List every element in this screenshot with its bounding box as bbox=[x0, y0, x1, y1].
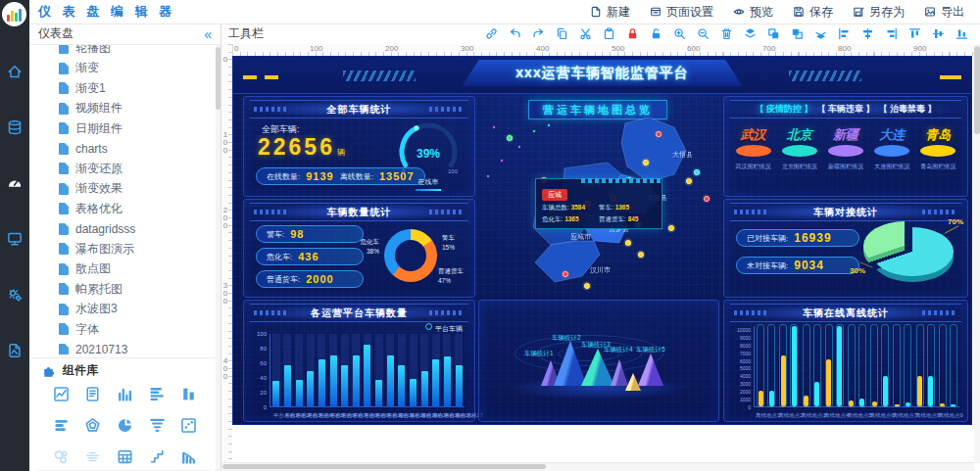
tree-item-label: datagridsss bbox=[75, 222, 135, 236]
toolbar-lock-icon[interactable] bbox=[626, 27, 639, 40]
rail-item-home[interactable] bbox=[0, 43, 29, 99]
rail-item-settings[interactable] bbox=[0, 266, 29, 322]
vehicle-dot[interactable] bbox=[625, 240, 630, 245]
lib-bar-chart[interactable] bbox=[117, 386, 133, 402]
fence-tab[interactable]: 【 车辆违章 】 bbox=[816, 103, 874, 116]
tree-item[interactable]: 表格优化 bbox=[29, 199, 215, 219]
lib-wordcloud[interactable] bbox=[84, 448, 101, 465]
tree-item[interactable]: 渐变1 bbox=[29, 78, 215, 99]
toolbar-zoom-in-icon[interactable] bbox=[673, 27, 686, 40]
toolbar-paste-icon[interactable] bbox=[603, 27, 615, 40]
toolbar-unlock-icon[interactable] bbox=[650, 27, 662, 40]
toolbar-zoom-out-icon[interactable] bbox=[697, 27, 710, 40]
toolbar-layer-bottom-icon[interactable] bbox=[814, 27, 827, 40]
app-logo bbox=[2, 2, 26, 26]
tree-item[interactable]: 帕累托图 bbox=[29, 279, 215, 300]
dashboard-preview[interactable]: xxx运营车辆智能监管平台 全部车辆统计 全部车辆: 22656辆 在线数量:9… bbox=[232, 56, 972, 425]
toolbar-align-left-icon[interactable] bbox=[838, 27, 851, 40]
district-label: 应城市 bbox=[570, 232, 591, 240]
lib-bar-horizontal[interactable] bbox=[149, 386, 166, 402]
toolbar-align-middle-icon[interactable] bbox=[932, 27, 945, 40]
vehicle-dot[interactable] bbox=[507, 135, 512, 140]
rail-item-pdf-report[interactable] bbox=[0, 322, 29, 378]
tree-item[interactable]: charts bbox=[29, 139, 215, 160]
action-export[interactable]: 导出 bbox=[924, 4, 964, 21]
lib-pie-chart[interactable] bbox=[117, 417, 133, 434]
action-save-as[interactable]: 另存为 bbox=[853, 4, 905, 21]
lib-report-chart[interactable] bbox=[84, 386, 101, 402]
lib-bubble-chart[interactable] bbox=[53, 448, 70, 465]
toolbar-undo-icon[interactable] bbox=[509, 27, 521, 40]
vehicle-dot[interactable] bbox=[584, 283, 589, 288]
vehicle-dot[interactable] bbox=[638, 252, 643, 257]
region-map[interactable]: 大悟县安陆市孝昌县云梦县应城市汉川市 应城 车辆总数: 3584警车: 1365… bbox=[480, 118, 715, 302]
tree-item[interactable]: 轮播图 bbox=[29, 45, 215, 59]
tree-item[interactable]: 视频组件 bbox=[29, 99, 215, 119]
fence-city-大连[interactable]: 大连 大连围栏情况 bbox=[874, 126, 909, 171]
vehicle-dot[interactable] bbox=[704, 196, 709, 201]
vehicle-dot[interactable] bbox=[656, 131, 661, 136]
lib-step-line[interactable] bbox=[149, 448, 166, 465]
fence-tab[interactable]: 【 治毒禁毒 】 bbox=[879, 103, 937, 116]
collapse-panel-icon[interactable]: « bbox=[204, 27, 212, 41]
toolbar-align-top-icon[interactable] bbox=[908, 27, 921, 40]
platform-bar bbox=[432, 334, 440, 407]
toolbar-bring-forward-icon[interactable] bbox=[767, 27, 780, 40]
fence-city-北京[interactable]: 北京 北京围栏情况 bbox=[782, 126, 817, 171]
toolbar-copy-icon[interactable] bbox=[556, 27, 568, 40]
lib-table-chart[interactable] bbox=[117, 448, 133, 465]
toolbar-align-center-icon[interactable] bbox=[861, 27, 874, 40]
design-canvas[interactable]: xxx运营车辆智能监管平台 全部车辆统计 全部车辆: 22656辆 在线数量:9… bbox=[232, 56, 974, 463]
tree-item[interactable]: 瀑布图演示 bbox=[29, 239, 215, 259]
vehicle-dot[interactable] bbox=[668, 225, 673, 230]
action-save[interactable]: 保存 bbox=[793, 4, 833, 21]
fence-city-青岛[interactable]: 青岛 青岛围栏情况 bbox=[920, 126, 956, 171]
lib-radar-chart[interactable] bbox=[84, 417, 101, 434]
vertical-scrollbar[interactable] bbox=[974, 44, 980, 463]
vehicle-dot[interactable] bbox=[694, 169, 699, 174]
toolbar-align-right-icon[interactable] bbox=[885, 27, 898, 40]
tree-scrollbar[interactable] bbox=[216, 45, 220, 471]
tree-item[interactable]: 字体 bbox=[29, 319, 215, 340]
rail-item-screen[interactable] bbox=[0, 211, 29, 266]
vehicle-dot[interactable] bbox=[643, 160, 648, 165]
tree-item[interactable]: 渐变还原 bbox=[29, 159, 215, 179]
vehicle-dot[interactable] bbox=[686, 178, 691, 183]
tree-item[interactable]: 渐变 bbox=[29, 59, 215, 79]
action-new[interactable]: 新建 bbox=[590, 4, 630, 21]
tree-item[interactable]: 日期组件 bbox=[29, 118, 215, 139]
action-preview[interactable]: 预览 bbox=[733, 4, 773, 21]
toolbar-delete-icon[interactable] bbox=[720, 27, 733, 40]
tree-item[interactable]: 渐变效果 bbox=[29, 179, 215, 200]
lib-pareto-chart[interactable] bbox=[180, 448, 197, 465]
action-page-setup[interactable]: 页面设置 bbox=[650, 4, 713, 21]
lib-line-chart[interactable] bbox=[53, 386, 70, 402]
tree-item[interactable]: 水波图3 bbox=[29, 300, 215, 320]
component-library-header[interactable]: 组件库 bbox=[29, 357, 220, 382]
fence-city-武汉[interactable]: 武汉 武汉围栏情况 bbox=[736, 126, 771, 171]
toolbar-link-icon[interactable] bbox=[485, 27, 498, 40]
fence-tab[interactable]: 【 疫情防控 】 bbox=[755, 103, 812, 116]
fence-city-新疆[interactable]: 新疆 新疆围栏情况 bbox=[828, 126, 863, 171]
toolbar-redo-icon[interactable] bbox=[532, 27, 545, 40]
lib-scatter-chart[interactable] bbox=[180, 417, 197, 434]
lib-column-compare[interactable] bbox=[180, 386, 197, 402]
toolbar-send-backward-icon[interactable] bbox=[791, 27, 804, 40]
tree-item[interactable]: 散点图 bbox=[29, 259, 215, 280]
city-caption: 青岛围栏情况 bbox=[920, 163, 956, 171]
lib-progress-bars[interactable] bbox=[53, 417, 70, 434]
tree-item[interactable]: datagridsss bbox=[29, 219, 215, 240]
toolbar-cut-icon[interactable] bbox=[579, 27, 592, 40]
vehicle-dot[interactable] bbox=[563, 271, 567, 276]
rail-item-dashboard[interactable] bbox=[0, 155, 29, 211]
toolbar-layer-top-icon[interactable] bbox=[744, 27, 757, 40]
file-icon bbox=[59, 82, 69, 94]
platform-bar bbox=[398, 334, 406, 407]
toolbar-align-bottom-icon[interactable] bbox=[956, 27, 968, 40]
horizontal-scrollbar[interactable] bbox=[220, 462, 974, 471]
map-district-shape[interactable] bbox=[621, 118, 686, 182]
rail-item-datasource[interactable] bbox=[0, 99, 29, 155]
lib-funnel-chart[interactable] bbox=[149, 417, 166, 434]
tree-item[interactable]: 20210713 bbox=[29, 340, 215, 355]
tree-item-label: 视频组件 bbox=[75, 100, 122, 117]
